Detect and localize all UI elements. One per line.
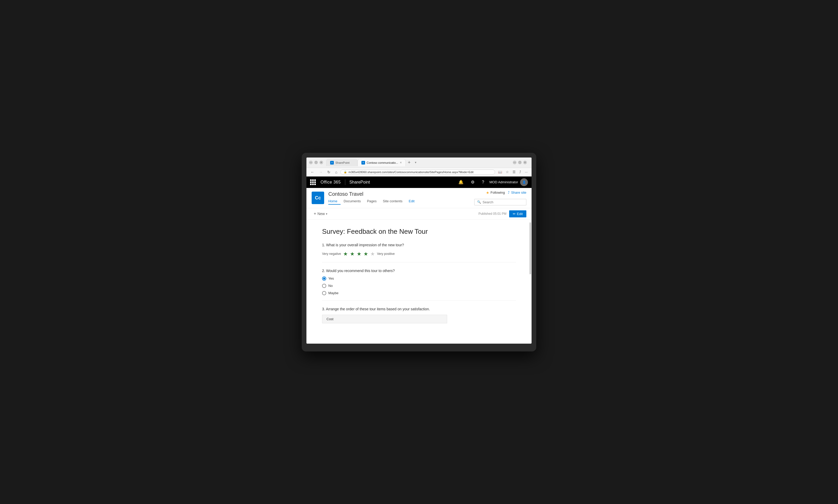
site-logo: Cc	[312, 192, 324, 204]
close-button[interactable]: ✕	[320, 161, 323, 164]
site-nav-home[interactable]: Home	[328, 198, 341, 204]
site-header: Cc Contoso Travel Home Documents Pages S…	[306, 188, 532, 208]
published-label: Published 05:01 PM	[478, 212, 506, 216]
edit-page-button[interactable]: ✏ Edit	[509, 210, 526, 217]
drag-item-cost[interactable]: Cost	[322, 315, 447, 323]
more-tools-button[interactable]: ···	[524, 169, 529, 175]
o365-topnav: Office 365 SharePoint 🔔 ⚙ ? MOD Administ…	[306, 177, 532, 188]
radio-circle-yes	[322, 276, 326, 281]
address-bar[interactable]: 🔒 m365x428060.sharepoint.com/sites/Conto…	[340, 169, 495, 175]
forward-button[interactable]: →	[318, 169, 324, 175]
search-box[interactable]: 🔍	[474, 199, 526, 205]
question-1-content: What is your overall impression of the n…	[326, 243, 404, 247]
o365-app-name: SharePoint	[349, 180, 370, 184]
radio-maybe-label: Maybe	[328, 291, 339, 295]
site-nav-edit[interactable]: Edit	[406, 198, 417, 204]
new-tab-button[interactable]: +	[406, 160, 413, 165]
star-3[interactable]: ★	[357, 251, 361, 257]
search-icon: 🔍	[477, 200, 481, 204]
browser-window-controls: — ☐ ✕	[513, 161, 527, 164]
reading-list-button[interactable]: ☰	[511, 169, 517, 175]
question-1-text: 1. What is your overall impression of th…	[322, 243, 516, 247]
browser-tab-1[interactable]: S SharePoint	[326, 159, 358, 166]
question-2-number: 2.	[322, 269, 325, 273]
question-2-content: Would you recommend this tour to others?	[326, 269, 395, 273]
following-button[interactable]: ★ Following	[486, 191, 505, 195]
star-icon: ★	[486, 191, 489, 195]
waffle-dot	[310, 183, 312, 185]
window-controls: — ☐ ✕	[309, 161, 323, 164]
waffle-dot	[314, 181, 316, 183]
new-button[interactable]: + New ▾	[312, 210, 329, 217]
user-menu[interactable]: MOD Administrator 👤	[489, 178, 528, 186]
star-2[interactable]: ★	[350, 251, 355, 257]
plus-icon: +	[314, 211, 316, 216]
star-4[interactable]: ★	[363, 251, 368, 257]
question-1-number: 1.	[322, 243, 325, 247]
waffle-dot	[312, 181, 314, 183]
share-icon: ⤴	[508, 191, 510, 195]
home-button[interactable]: ⌂	[334, 169, 339, 175]
search-input[interactable]	[483, 200, 524, 204]
star-5[interactable]: ★	[370, 251, 375, 257]
survey-title: Survey: Feedback on the New Tour	[322, 228, 516, 236]
browser-minimize-btn[interactable]: —	[513, 161, 516, 164]
site-name: Contoso Travel	[328, 191, 470, 197]
site-nav-site-contents[interactable]: Site contents	[380, 198, 406, 204]
site-logo-text: Cc	[315, 195, 321, 201]
maximize-button[interactable]: ☐	[314, 161, 318, 164]
user-name: MOD Administrator	[489, 180, 518, 184]
refresh-button[interactable]: ↻	[326, 169, 332, 175]
site-nav-pages[interactable]: Pages	[364, 198, 380, 204]
browser-close-btn[interactable]: ✕	[523, 161, 527, 164]
tab2-close-icon[interactable]: ✕	[400, 161, 402, 164]
rating-high-label: Very positive	[377, 252, 395, 256]
page-scrollbar[interactable]	[529, 222, 531, 274]
radio-no[interactable]: No	[322, 284, 516, 288]
reader-view-button[interactable]: 📖	[497, 169, 503, 175]
rating-row: Very negative ★ ★ ★ ★ ★ Very positive	[322, 251, 516, 257]
waffle-dot	[312, 179, 314, 181]
browser-chrome: — ☐ ✕ S SharePoint S Contoso communicati…	[306, 158, 532, 177]
star-1[interactable]: ★	[343, 251, 348, 257]
tab-menu-button[interactable]: ▾	[413, 161, 418, 164]
back-button[interactable]: ←	[309, 169, 316, 175]
address-url: m365x428060.sharepoint.com/sites/Contoso…	[348, 170, 474, 174]
question-2-block: 2. Would you recommend this tour to othe…	[322, 269, 516, 301]
user-initials: 👤	[522, 180, 526, 184]
radio-no-label: No	[328, 284, 333, 288]
settings-button[interactable]: ⚙	[469, 178, 477, 186]
site-nav-documents[interactable]: Documents	[341, 198, 364, 204]
tab2-label: Contoso communicatio...	[366, 161, 398, 164]
waffle-dot	[310, 181, 312, 183]
tab2-favicon: S	[361, 161, 365, 164]
question-3-block: 3. Arrange the order of these tour items…	[322, 307, 516, 329]
browser-screen: — ☐ ✕ S SharePoint S Contoso communicati…	[306, 158, 532, 344]
notification-button[interactable]: 🔔	[456, 178, 466, 186]
question-3-number: 3.	[322, 307, 325, 311]
question-3-text: 3. Arrange the order of these tour items…	[322, 307, 516, 311]
o365-title: Office 365	[321, 180, 341, 184]
favorites-button[interactable]: ☆	[504, 169, 510, 175]
waffle-dot	[314, 183, 316, 185]
tab1-favicon: S	[330, 161, 334, 164]
share-browser-button[interactable]: ⤴	[518, 169, 523, 175]
chevron-down-icon: ▾	[326, 212, 327, 215]
waffle-dot	[314, 179, 316, 181]
share-site-button[interactable]: ⤴ Share site	[508, 191, 526, 195]
minimize-button[interactable]: —	[309, 161, 313, 164]
radio-yes[interactable]: Yes	[322, 276, 516, 281]
radio-maybe[interactable]: Maybe	[322, 291, 516, 295]
page-main: Survey: Feedback on the New Tour 1. What…	[306, 220, 532, 344]
rating-low-label: Very negative	[322, 252, 341, 256]
question-3-content: Arrange the order of these tour items ba…	[326, 307, 430, 311]
edit-label: Edit	[517, 212, 523, 216]
help-button[interactable]: ?	[480, 178, 486, 186]
waffle-menu-button[interactable]	[310, 179, 316, 185]
radio-yes-label: Yes	[328, 276, 334, 281]
waffle-dot	[310, 179, 312, 181]
user-avatar: 👤	[520, 178, 528, 186]
browser-maximize-btn[interactable]: ☐	[518, 161, 521, 164]
browser-titlebar: — ☐ ✕ S SharePoint S Contoso communicati…	[306, 158, 532, 168]
browser-tab-2[interactable]: S Contoso communicatio... ✕	[358, 159, 406, 166]
